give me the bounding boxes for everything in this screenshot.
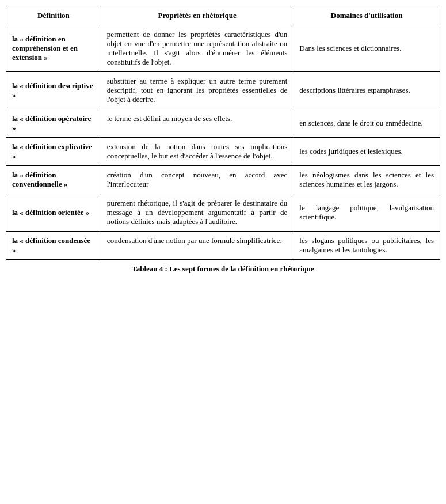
cell-definition: la « définition conventionnelle » bbox=[6, 166, 101, 194]
cell-definition: la « définition opératoire » bbox=[6, 109, 101, 138]
table-caption: Tableau 4 : Les sept formes de la défini… bbox=[6, 264, 440, 274]
header-definition: Définition bbox=[6, 6, 101, 25]
definition-table: Définition Propriétés en rhétorique Doma… bbox=[6, 6, 440, 260]
cell-definition: la « définition condensée » bbox=[6, 232, 101, 260]
table-row: la « définition explicative »extension d… bbox=[6, 138, 440, 166]
cell-definition: la « définition explicative » bbox=[6, 138, 101, 166]
cell-properties: purement rhétorique, il s'agit de prépar… bbox=[101, 194, 293, 232]
cell-definition: la « définition orientée » bbox=[6, 194, 101, 232]
cell-domains: les slogans politiques ou publicitaires,… bbox=[293, 232, 440, 260]
header-domains: Domaines d'utilisation bbox=[293, 6, 440, 25]
cell-properties: le terme est défini au moyen de ses effe… bbox=[101, 109, 293, 138]
header-properties: Propriétés en rhétorique bbox=[101, 6, 293, 25]
cell-definition: la « définition en compréhension et en e… bbox=[6, 25, 101, 72]
cell-domains: le langage politique, lavulgarisation sc… bbox=[293, 194, 440, 232]
cell-properties: substituer au terme à expliquer un autre… bbox=[101, 72, 293, 109]
table-row: la « définition opératoire »le terme est… bbox=[6, 109, 440, 138]
cell-properties: condensation d'une notion par une formul… bbox=[101, 232, 293, 260]
cell-properties: extension de la notion dans toutes ses i… bbox=[101, 138, 293, 166]
table-row: la « définition conventionnelle »créatio… bbox=[6, 166, 440, 194]
cell-domains: les codes juridiques et leslexiques. bbox=[293, 138, 440, 166]
cell-properties: création d'un concept nouveau, en accord… bbox=[101, 166, 293, 194]
table-container: Définition Propriétés en rhétorique Doma… bbox=[6, 6, 440, 274]
table-row: la « définition en compréhension et en e… bbox=[6, 25, 440, 72]
cell-definition: la « définition descriptive » bbox=[6, 72, 101, 109]
cell-domains: descriptions littéraires etparaphrases. bbox=[293, 72, 440, 109]
cell-properties: permettent de donner les propriétés cara… bbox=[101, 25, 293, 72]
table-row: la « définition orientée »purement rhéto… bbox=[6, 194, 440, 232]
cell-domains: les néologismes dans les sciences et les… bbox=[293, 166, 440, 194]
cell-domains: en sciences, dans le droit ou enmédecine… bbox=[293, 109, 440, 138]
cell-domains: Dans les sciences et dictionnaires. bbox=[293, 25, 440, 72]
table-row: la « définition condensée »condensation … bbox=[6, 232, 440, 260]
table-row: la « définition descriptive »substituer … bbox=[6, 72, 440, 109]
